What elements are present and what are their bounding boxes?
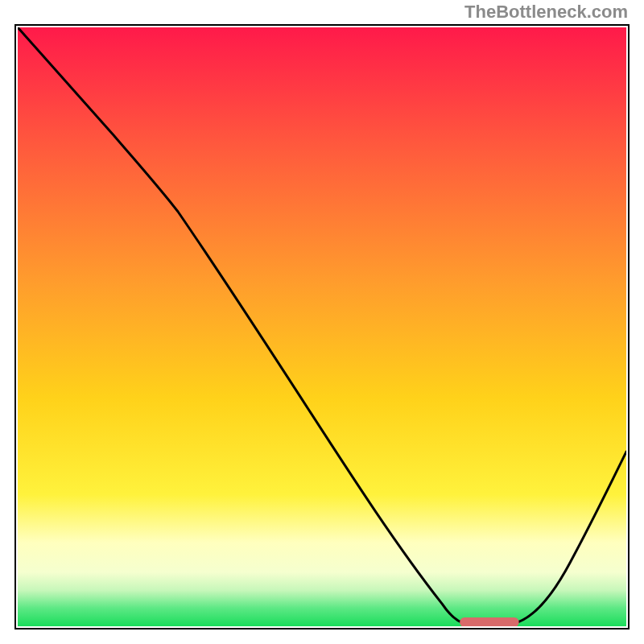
watermark-text: TheBottleneck.com: [464, 3, 628, 21]
chart-background: [18, 27, 626, 626]
chart-plot-area: [18, 27, 626, 626]
chart-svg: [18, 27, 626, 626]
chart-marker: [460, 617, 519, 626]
chart-frame: [14, 24, 630, 630]
